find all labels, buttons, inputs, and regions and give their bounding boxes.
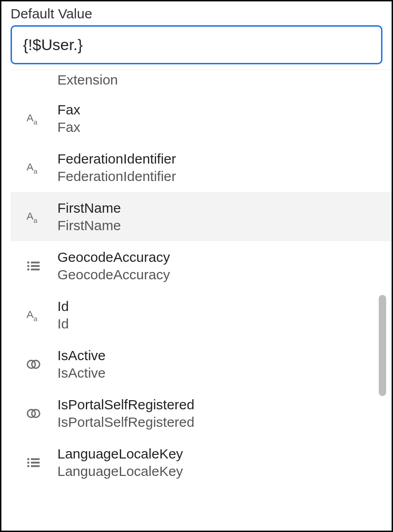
default-value-input[interactable] <box>11 25 382 64</box>
list-type-icon <box>23 453 44 473</box>
option-label: Id <box>57 298 69 315</box>
list-type-icon <box>23 256 44 276</box>
option-api-name: Id <box>57 315 69 333</box>
option-api-name: FederationIdentifier <box>57 168 176 185</box>
autocomplete-option[interactable]: IsActiveIsActive <box>11 340 392 389</box>
option-label: IsActive <box>57 347 106 364</box>
option-label: GeocodeAccuracy <box>57 249 170 266</box>
option-label: FirstName <box>57 199 121 217</box>
autocomplete-option[interactable]: FaxFax <box>11 94 392 143</box>
option-api-name: GeocodeAccuracy <box>57 266 170 283</box>
field-label: Default Value <box>1 1 392 25</box>
autocomplete-option[interactable]: FirstNameFirstName <box>11 192 392 241</box>
autocomplete-option[interactable]: GeocodeAccuracyGeocodeAccuracy <box>11 241 392 290</box>
autocomplete-option[interactable]: LanguageLocaleKeyLanguageLocaleKey <box>11 438 392 487</box>
autocomplete-dropdown: ExtensionExtensionFaxFaxFederationIdenti… <box>11 69 392 531</box>
boolean-type-icon <box>23 354 44 374</box>
option-api-name: IsActive <box>57 364 106 382</box>
option-label: FederationIdentifier <box>57 150 176 168</box>
option-label: IsPortalSelfRegistered <box>57 396 194 413</box>
boolean-type-icon <box>23 403 44 424</box>
autocomplete-option[interactable]: FederationIdentifierFederationIdentifier <box>11 143 392 192</box>
option-label: LanguageLocaleKey <box>57 445 183 463</box>
autocomplete-option[interactable]: IsPortalSelfRegisteredIsPortalSelfRegist… <box>11 389 392 438</box>
text-type-icon <box>23 108 44 129</box>
text-type-icon <box>23 305 44 325</box>
option-api-name: FirstName <box>57 217 121 234</box>
option-api-name: IsPortalSelfRegistered <box>57 413 194 431</box>
scrollbar-thumb[interactable] <box>379 295 386 396</box>
autocomplete-option[interactable]: ExtensionExtension <box>11 70 392 94</box>
autocomplete-option[interactable]: IdId <box>11 290 392 340</box>
option-api-name: Fax <box>57 119 80 136</box>
option-api-name: Extension <box>57 71 118 89</box>
text-type-icon <box>23 207 44 227</box>
scrollbar[interactable] <box>379 295 386 396</box>
option-api-name: LanguageLocaleKey <box>57 463 183 480</box>
text-type-icon <box>23 158 44 178</box>
option-label: Fax <box>57 101 80 119</box>
